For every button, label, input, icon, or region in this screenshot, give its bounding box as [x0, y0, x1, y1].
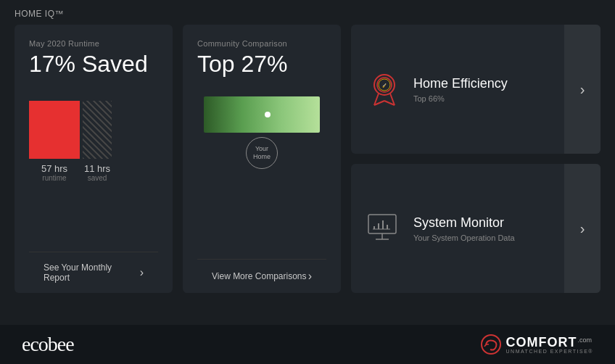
- community-main-value: Top 27%: [197, 51, 326, 78]
- system-monitor-icon-area: [363, 207, 406, 250]
- right-column: ✓ ✓ Home Efficiency Top 66% ›: [351, 25, 600, 293]
- home-efficiency-icon-area: ✓ ✓: [363, 67, 406, 111]
- home-efficiency-subtitle: Top 66%: [413, 94, 589, 103]
- medal-icon: ✓ ✓: [367, 70, 402, 108]
- saved-hrs-value: 11 hrs: [83, 163, 112, 174]
- runtime-bar-saved: [83, 101, 112, 159]
- community-gradient-area: YourHome: [197, 96, 326, 169]
- runtime-bar-area: [29, 94, 158, 159]
- system-monitor-card: System Monitor Your System Operation Dat…: [351, 164, 600, 293]
- comfort-logo: COMFORT .com UNMATCHED EXPERTISE®: [480, 334, 593, 355]
- system-monitor-arrow-icon: ›: [580, 220, 585, 237]
- more-comparisons-button[interactable]: View More Comparisons ›: [197, 259, 326, 293]
- home-efficiency-arrow-button[interactable]: ›: [564, 25, 600, 154]
- system-monitor-content: System Monitor Your System Operation Dat…: [406, 215, 589, 242]
- saved-hrs-label: 11 hrs saved: [83, 163, 112, 182]
- comfort-brand-icon: [480, 334, 502, 355]
- home-efficiency-title: Home Efficiency: [413, 76, 589, 91]
- comfort-com-label: .com: [578, 337, 593, 344]
- comfort-text-area: COMFORT .com UNMATCHED EXPERTISE®: [506, 336, 593, 354]
- your-home-label: YourHome: [246, 137, 278, 169]
- monthly-report-button[interactable]: See Your Monthly Report ›: [29, 252, 158, 293]
- monitor-icon: [367, 213, 402, 244]
- comfort-brand-name: COMFORT .com: [506, 336, 593, 349]
- runtime-card: May 2020 Runtime 17% Saved 57 hrs runtim…: [15, 25, 173, 293]
- svg-point-17: [482, 335, 500, 354]
- svg-text:✓: ✓: [382, 82, 387, 88]
- system-monitor-title: System Monitor: [413, 215, 589, 231]
- community-gradient-bar: [204, 96, 320, 133]
- community-subtitle: Community Comparison: [197, 39, 326, 48]
- home-efficiency-content: Home Efficiency Top 66%: [406, 76, 589, 103]
- runtime-subtitle: May 2020 Runtime: [29, 39, 158, 48]
- runtime-hrs-value: 57 hrs: [29, 163, 80, 174]
- home-efficiency-card: ✓ ✓ Home Efficiency Top 66% ›: [351, 25, 600, 154]
- home-efficiency-arrow-icon: ›: [580, 81, 585, 98]
- runtime-hrs-text: runtime: [29, 174, 80, 182]
- community-card: Community Comparison Top 27% YourHome Vi…: [183, 25, 341, 293]
- system-monitor-subtitle: Your System Operation Data: [413, 233, 589, 242]
- comfort-brand-label: COMFORT: [506, 336, 577, 349]
- ecobee-logo: ecobee: [22, 333, 74, 356]
- runtime-bar-labels: 57 hrs runtime 11 hrs saved: [29, 163, 158, 182]
- comfort-tagline: UNMATCHED EXPERTISE®: [506, 349, 593, 354]
- community-dot: [265, 112, 271, 117]
- runtime-main-value: 17% Saved: [29, 51, 158, 78]
- saved-hrs-text: saved: [83, 174, 112, 182]
- app-title: HOME IQ™: [15, 9, 64, 19]
- header-bar: HOME IQ™: [0, 0, 615, 25]
- more-comparisons-arrow-icon: ›: [308, 270, 312, 283]
- monthly-report-arrow-icon: ›: [140, 266, 144, 279]
- bottom-bar: ecobee COMFORT .com UNMATCHED EXPERTISE®: [0, 325, 615, 364]
- main-content: May 2020 Runtime 17% Saved 57 hrs runtim…: [0, 25, 615, 293]
- monthly-report-text: See Your Monthly Report: [44, 262, 140, 283]
- more-comparisons-text: View More Comparisons: [212, 271, 307, 281]
- runtime-bar-used: [29, 101, 80, 159]
- runtime-hrs-label: 57 hrs runtime: [29, 163, 80, 182]
- system-monitor-arrow-button[interactable]: ›: [564, 164, 600, 293]
